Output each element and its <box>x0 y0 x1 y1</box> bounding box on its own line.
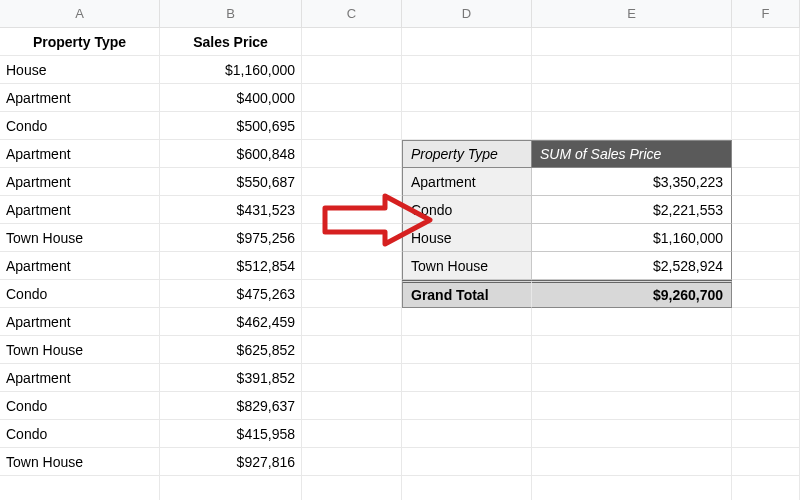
data-cell[interactable]: $550,687 <box>160 168 302 196</box>
empty-cell[interactable] <box>732 140 800 168</box>
data-cell[interactable]: $400,000 <box>160 84 302 112</box>
empty-cell[interactable] <box>532 308 732 336</box>
empty-cell[interactable] <box>402 448 532 476</box>
empty-cell[interactable] <box>732 336 800 364</box>
empty-cell[interactable] <box>302 28 402 56</box>
empty-cell[interactable] <box>732 252 800 280</box>
pivot-row-label[interactable]: Condo <box>402 196 532 224</box>
data-cell[interactable]: $829,637 <box>160 392 302 420</box>
pivot-total-value[interactable]: $9,260,700 <box>532 280 732 308</box>
empty-cell[interactable] <box>732 84 800 112</box>
empty-cell[interactable] <box>732 224 800 252</box>
pivot-total-label[interactable]: Grand Total <box>402 280 532 308</box>
pivot-row-label[interactable]: Town House <box>402 252 532 280</box>
empty-cell[interactable] <box>732 420 800 448</box>
empty-cell[interactable] <box>302 280 402 308</box>
pivot-row-label[interactable]: House <box>402 224 532 252</box>
empty-cell[interactable] <box>532 112 732 140</box>
empty-cell[interactable] <box>402 112 532 140</box>
data-cell[interactable]: Apartment <box>0 364 160 392</box>
empty-cell[interactable] <box>302 84 402 112</box>
pivot-row-value[interactable]: $1,160,000 <box>532 224 732 252</box>
empty-cell[interactable] <box>302 168 402 196</box>
data-cell[interactable]: Apartment <box>0 308 160 336</box>
empty-cell[interactable] <box>732 364 800 392</box>
data-cell[interactable]: Condo <box>0 420 160 448</box>
data-cell[interactable]: $975,256 <box>160 224 302 252</box>
pivot-row-value[interactable]: $2,528,924 <box>532 252 732 280</box>
empty-cell[interactable] <box>402 308 532 336</box>
data-cell[interactable]: House <box>0 56 160 84</box>
col-header-e[interactable]: E <box>532 0 732 28</box>
empty-cell[interactable] <box>732 392 800 420</box>
pivot-row-value[interactable]: $2,221,553 <box>532 196 732 224</box>
data-cell[interactable]: Town House <box>0 448 160 476</box>
pivot-row-label[interactable]: Apartment <box>402 168 532 196</box>
empty-cell[interactable] <box>532 84 732 112</box>
empty-cell[interactable] <box>532 392 732 420</box>
col-header-f[interactable]: F <box>732 0 800 28</box>
empty-cell[interactable] <box>402 84 532 112</box>
empty-cell[interactable] <box>302 224 402 252</box>
empty-cell[interactable] <box>402 336 532 364</box>
empty-cell[interactable] <box>732 308 800 336</box>
empty-cell[interactable] <box>732 28 800 56</box>
col-header-a[interactable]: A <box>0 0 160 28</box>
data-cell[interactable]: Apartment <box>0 168 160 196</box>
header-property-type[interactable]: Property Type <box>0 28 160 56</box>
col-header-c[interactable]: C <box>302 0 402 28</box>
data-cell[interactable]: $500,695 <box>160 112 302 140</box>
empty-cell[interactable] <box>402 392 532 420</box>
col-header-b[interactable]: B <box>160 0 302 28</box>
empty-cell[interactable] <box>302 420 402 448</box>
data-cell[interactable]: Apartment <box>0 196 160 224</box>
empty-cell[interactable] <box>532 28 732 56</box>
data-cell[interactable]: Condo <box>0 392 160 420</box>
empty-cell[interactable] <box>732 168 800 196</box>
data-cell[interactable]: $600,848 <box>160 140 302 168</box>
empty-cell[interactable] <box>732 56 800 84</box>
empty-cell[interactable] <box>0 476 160 500</box>
pivot-row-value[interactable]: $3,350,223 <box>532 168 732 196</box>
pivot-header-sum[interactable]: SUM of Sales Price <box>532 140 732 168</box>
empty-cell[interactable] <box>302 448 402 476</box>
empty-cell[interactable] <box>532 364 732 392</box>
data-cell[interactable]: Condo <box>0 280 160 308</box>
empty-cell[interactable] <box>302 140 402 168</box>
empty-cell[interactable] <box>732 448 800 476</box>
empty-cell[interactable] <box>532 420 732 448</box>
empty-cell[interactable] <box>302 112 402 140</box>
data-cell[interactable]: $431,523 <box>160 196 302 224</box>
data-cell[interactable]: Apartment <box>0 252 160 280</box>
data-cell[interactable]: Town House <box>0 224 160 252</box>
data-cell[interactable]: $391,852 <box>160 364 302 392</box>
data-cell[interactable]: Town House <box>0 336 160 364</box>
empty-cell[interactable] <box>302 196 402 224</box>
empty-cell[interactable] <box>302 336 402 364</box>
header-sales-price[interactable]: Sales Price <box>160 28 302 56</box>
empty-cell[interactable] <box>402 476 532 500</box>
empty-cell[interactable] <box>302 392 402 420</box>
data-cell[interactable]: $512,854 <box>160 252 302 280</box>
spreadsheet-grid[interactable]: A B C D E F Property Type Sales Price Ho… <box>0 0 800 500</box>
empty-cell[interactable] <box>402 420 532 448</box>
empty-cell[interactable] <box>302 308 402 336</box>
data-cell[interactable]: Apartment <box>0 140 160 168</box>
empty-cell[interactable] <box>402 56 532 84</box>
data-cell[interactable]: Condo <box>0 112 160 140</box>
empty-cell[interactable] <box>402 28 532 56</box>
empty-cell[interactable] <box>302 252 402 280</box>
empty-cell[interactable] <box>160 476 302 500</box>
empty-cell[interactable] <box>532 56 732 84</box>
empty-cell[interactable] <box>732 196 800 224</box>
data-cell[interactable]: $1,160,000 <box>160 56 302 84</box>
data-cell[interactable]: $475,263 <box>160 280 302 308</box>
empty-cell[interactable] <box>302 476 402 500</box>
empty-cell[interactable] <box>302 364 402 392</box>
data-cell[interactable]: $927,816 <box>160 448 302 476</box>
empty-cell[interactable] <box>532 476 732 500</box>
data-cell[interactable]: $462,459 <box>160 308 302 336</box>
data-cell[interactable]: $625,852 <box>160 336 302 364</box>
empty-cell[interactable] <box>402 364 532 392</box>
empty-cell[interactable] <box>732 476 800 500</box>
